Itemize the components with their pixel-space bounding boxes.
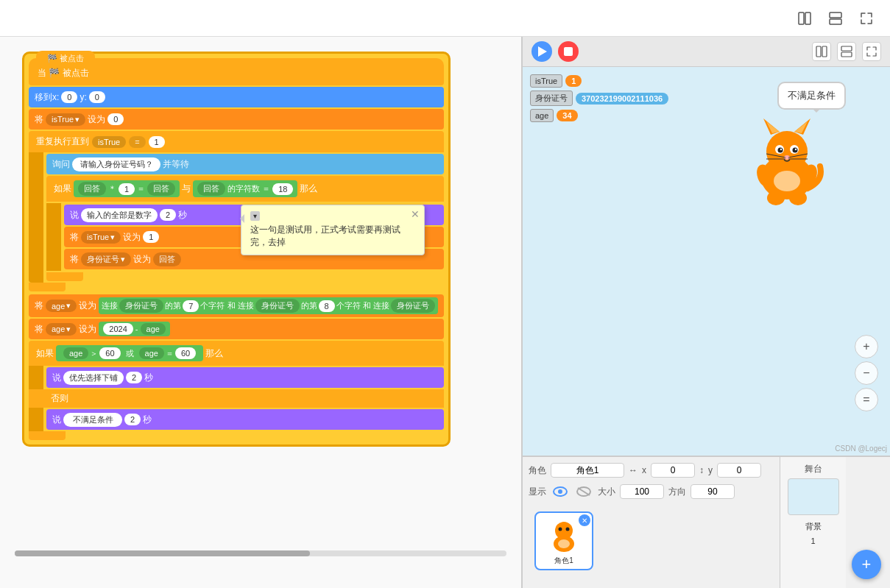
x-label: ↔ [629, 465, 638, 475]
code-panel[interactable]: 🏁 被点击 当 🏁 被点击 移到x: 0 y: 0 将 isTrue ▾ 设为 … [0, 37, 523, 588]
repeat-block: 重复执行直到 isTrue = 1 [29, 131, 444, 152]
y-arrow-label: ↕ [699, 465, 704, 475]
if2-block: 如果 age ＞ 60 或 age ＝ 60 [29, 341, 444, 366]
svg-point-29 [789, 191, 807, 205]
backdrop-num: 1 [810, 536, 815, 545]
sprite-name-label: 角色 [529, 464, 546, 477]
hide-eye-button[interactable] [574, 482, 593, 501]
sprite-thumb-area: ✕ 角色1 [529, 506, 774, 576]
if-block-bottom [46, 272, 83, 281]
svg-rect-0 [799, 13, 804, 24]
var-row-istrue: isTrue 1 [530, 74, 668, 88]
x-text-label: x [642, 465, 646, 475]
svg-point-17 [778, 148, 783, 153]
blocks-container: 🏁 被点击 当 🏁 被点击 移到x: 0 y: 0 将 isTrue ▾ 设为 … [7, 44, 514, 559]
var-label-istrue: isTrue [530, 74, 562, 88]
var-value-istrue: 1 [565, 75, 582, 87]
fullscreen-toggle[interactable] [862, 42, 881, 61]
size-label: 大小 [598, 486, 615, 498]
stage-label: 舞台 [805, 463, 822, 475]
var-label-age: age [530, 109, 554, 122]
if2-block-bottom [29, 431, 66, 440]
svg-rect-8 [841, 52, 852, 57]
layout2-button[interactable] [824, 7, 847, 30]
hat-block: 🏁 被点击 当 🏁 被点击 [29, 58, 444, 85]
var-row-id: 身份证号 370232199002111036 [530, 91, 668, 106]
var-label-id: 身份证号 [530, 91, 573, 106]
layout-toggle-1[interactable] [812, 42, 831, 61]
svg-point-37 [558, 539, 570, 548]
say2-block: 说 优先选择下铺 2 秒 [46, 367, 444, 388]
svg-line-34 [578, 488, 590, 495]
fullscreen-button[interactable] [855, 7, 878, 30]
stage-area: isTrue 1 身份证号 370232199002111036 age 34 … [523, 67, 890, 456]
else-label: 否则 [29, 389, 444, 408]
delete-sprite-button[interactable]: ✕ [579, 514, 590, 526]
svg-marker-4 [538, 46, 547, 57]
svg-rect-7 [841, 46, 852, 51]
size-input[interactable] [620, 484, 664, 499]
svg-point-19 [780, 149, 782, 150]
svg-point-28 [767, 191, 785, 205]
sprite-name-input[interactable] [551, 463, 624, 478]
cat-sprite [743, 111, 831, 210]
sprite-thumb-label: 角色1 [554, 556, 573, 566]
set-age2-block: 将 age ▾ 设为 2024 - age [29, 319, 444, 339]
stop-button[interactable] [558, 41, 579, 62]
svg-point-20 [795, 149, 797, 150]
sprite-thumb-1[interactable]: ✕ 角色1 [534, 511, 593, 570]
if-block: 如果 回答 ＊ 1 ＝ 回答 与 [46, 176, 444, 202]
tooltip-close-button[interactable]: ✕ [411, 208, 420, 220]
var-value-age: 34 [557, 110, 577, 121]
zoom-out-button[interactable]: − [855, 361, 878, 385]
zoom-reset-button[interactable]: = [855, 388, 878, 411]
svg-rect-2 [830, 13, 841, 18]
variables-display: isTrue 1 身份证号 370232199002111036 age 34 [530, 74, 668, 122]
tooltip-text: 这一句是测试用，正式考试需要再测试完，去掉 [250, 224, 415, 249]
svg-rect-6 [822, 46, 827, 57]
svg-rect-1 [805, 13, 810, 24]
var-row-age: age 34 [530, 109, 668, 122]
right-panel: isTrue 1 身份证号 370232199002111036 age 34 … [523, 37, 890, 588]
y-input[interactable] [717, 463, 761, 478]
set-istrue-block: 将 isTrue ▾ 设为 0 [29, 109, 444, 130]
svg-point-38 [559, 528, 562, 531]
sprite-properties: 角色 ↔ x ↕ y 显示 [523, 457, 780, 588]
show-label: 显示 [529, 486, 546, 498]
stage-controls [523, 37, 890, 67]
x-input[interactable] [651, 463, 695, 478]
stage-mini[interactable] [788, 478, 839, 515]
move-block: 移到x: 0 y: 0 [29, 87, 444, 107]
toolbar [0, 0, 890, 37]
green-flag-button[interactable] [531, 41, 552, 62]
scrollbar-x[interactable] [15, 550, 506, 556]
main-area: 🏁 被点击 当 🏁 被点击 移到x: 0 y: 0 将 isTrue ▾ 设为 … [0, 37, 890, 588]
sprite-vis-row: 显示 大小 方向 [529, 482, 774, 501]
speech-bubble: 不满足条件 [777, 82, 846, 110]
add-sprite-button[interactable]: + [852, 550, 881, 579]
svg-point-39 [566, 528, 570, 531]
set-age-block: 将 age ▾ 设为 连接 身份证号 的第 7 个字符 和 连接 身份证号 的第… [29, 294, 444, 317]
csdn-watermark: CSDN @Logecj [835, 444, 887, 453]
svg-point-18 [793, 148, 798, 153]
sprite-name-row: 角色 ↔ x ↕ y [529, 463, 774, 478]
svg-point-30 [774, 171, 800, 191]
svg-point-32 [558, 489, 562, 494]
show-eye-button[interactable] [551, 482, 570, 501]
backdrop-label: 背景 [805, 521, 822, 532]
say3-block: 说 不满足条件 2 秒 [46, 409, 444, 430]
sprite-panel: 角色 ↔ x ↕ y 显示 [523, 456, 890, 588]
svg-rect-5 [816, 46, 821, 57]
zoom-controls: + − = [855, 335, 878, 411]
dir-input[interactable] [691, 484, 735, 499]
svg-point-10 [766, 131, 808, 172]
svg-rect-3 [830, 19, 841, 24]
zoom-in-button[interactable]: + [855, 335, 878, 358]
repeat-block-bottom [29, 283, 66, 291]
tooltip-popup: ✕ ▾ 这一句是测试用，正式考试需要再测试完，去掉 [241, 205, 425, 255]
stage-side: 舞台 背景 1 [780, 457, 846, 588]
var-value-id: 370232199002111036 [576, 93, 668, 105]
layout1-button[interactable] [793, 7, 816, 30]
y-text-label: y [708, 465, 713, 475]
layout-toggle-2[interactable] [837, 42, 856, 61]
